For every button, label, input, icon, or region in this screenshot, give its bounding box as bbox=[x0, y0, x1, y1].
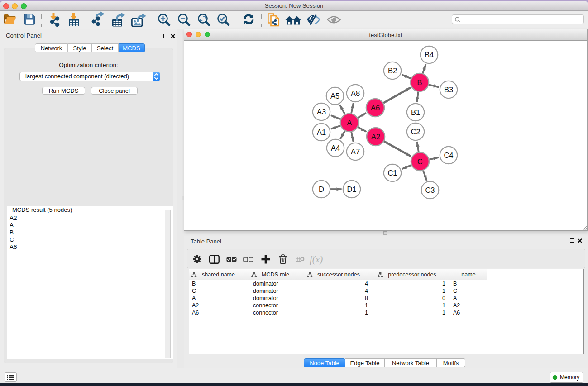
svg-text:B1: B1 bbox=[411, 108, 420, 116]
svg-text:A7: A7 bbox=[351, 148, 360, 156]
svg-text:A6: A6 bbox=[371, 104, 380, 112]
svg-text:A4: A4 bbox=[331, 144, 340, 152]
svg-text:B4: B4 bbox=[425, 51, 434, 59]
svg-text:A1: A1 bbox=[317, 128, 326, 136]
svg-text:A8: A8 bbox=[351, 89, 360, 97]
svg-text:C: C bbox=[417, 157, 423, 166]
svg-text:A3: A3 bbox=[317, 108, 326, 116]
svg-text:D1: D1 bbox=[347, 185, 356, 193]
svg-text:C3: C3 bbox=[425, 186, 435, 194]
svg-text:C2: C2 bbox=[411, 128, 420, 136]
svg-text:A: A bbox=[347, 119, 352, 127]
svg-text:A5: A5 bbox=[330, 92, 339, 100]
svg-text:B3: B3 bbox=[444, 86, 453, 94]
svg-text:B2: B2 bbox=[388, 67, 397, 75]
svg-text:C1: C1 bbox=[387, 169, 397, 177]
svg-text:A2: A2 bbox=[371, 133, 380, 141]
svg-text:D: D bbox=[319, 185, 324, 193]
svg-text:C4: C4 bbox=[444, 151, 453, 159]
svg-text:B: B bbox=[417, 78, 422, 86]
